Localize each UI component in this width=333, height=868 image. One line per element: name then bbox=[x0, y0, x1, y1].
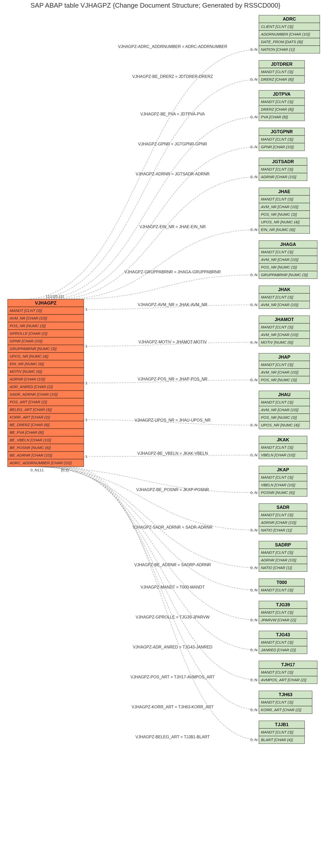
table-field: AVM_NR [CHAR (10)] bbox=[9, 316, 47, 320]
edge-label: VJHAGPZ-UPOS_NR = JHAU-UPOS_NR bbox=[134, 418, 210, 423]
table-header: JHAGA bbox=[280, 242, 296, 247]
table-header: SADR bbox=[276, 505, 289, 510]
table-header: JKAK bbox=[277, 437, 289, 442]
relation-edge bbox=[52, 467, 259, 650]
table-field: MANDT [CLNT (3)] bbox=[261, 400, 294, 404]
table-header: JGTGPNR bbox=[271, 129, 293, 134]
table-field: POS_NR [NUMC (3)] bbox=[261, 212, 297, 216]
table-field: MANDT [CLNT (3)] bbox=[261, 99, 294, 104]
cardinality-label: 1 bbox=[85, 307, 87, 311]
table-field: BELEG_ART [CHAR (4)] bbox=[10, 407, 52, 412]
table-field: GPNR [CHAR (10)] bbox=[261, 145, 294, 149]
cardinality-label: 0..N bbox=[250, 453, 258, 457]
er-diagram: SAP ABAP table VJHAGPZ {Change Document … bbox=[0, 0, 333, 868]
cardinality-label: 0..N bbox=[250, 565, 258, 570]
table-field: PVA [CHAR (8)] bbox=[261, 115, 288, 119]
table-field: GPROLLE [CHAR (2)] bbox=[10, 331, 48, 336]
edge-label: VJHAGPZ-MOTIV = JHAMOT-MOTIV bbox=[139, 340, 207, 344]
relation-edge bbox=[40, 467, 259, 590]
table-field: POS_ART [CHAR (2)] bbox=[10, 400, 47, 404]
table-field: DRERZ [CHAR (8)] bbox=[261, 77, 294, 82]
relation-edge bbox=[61, 230, 259, 299]
table-field: MANDT [CLNT (3)] bbox=[261, 137, 294, 142]
table-field: MOTIV [NUMC (6)] bbox=[261, 340, 294, 344]
table-field: ADRNR [CHAR (10)] bbox=[261, 558, 297, 562]
cardinality-label: 0..N bbox=[250, 47, 258, 52]
relation-edge bbox=[53, 177, 259, 299]
cardinality-label: 1 bbox=[85, 381, 87, 385]
table-field: MANDT [CLNT (3)] bbox=[261, 700, 294, 704]
table-field: DRERZ [CHAR (8)] bbox=[261, 107, 294, 112]
table-field: UPOS_NR [NUMC (4)] bbox=[261, 423, 300, 427]
table-field: MANDT [CLNT (3)] bbox=[261, 325, 294, 329]
cardinality-label: 0..N bbox=[250, 738, 258, 742]
table-header: JGTSADR bbox=[272, 159, 294, 164]
table-header: JHAE bbox=[278, 189, 290, 194]
cardinality-label: 0..N bbox=[250, 115, 258, 119]
table-header: JKAP bbox=[277, 467, 289, 472]
table-field: JANRED [CHAR (2)] bbox=[261, 648, 296, 652]
cardinality-label: 0..N bbox=[250, 273, 258, 277]
table-field: MANDT [CLNT (3)] bbox=[261, 640, 294, 644]
edge-label: VJHAGPZ-POS_ART = TJH17-AVMPOS_ART bbox=[130, 675, 215, 679]
table-field: MANDT [CLNT (3)] bbox=[10, 308, 42, 313]
table-field: MANDT [CLNT (3)] bbox=[261, 295, 294, 299]
table-field: MANDT [CLNT (3)] bbox=[261, 670, 294, 674]
table-header: TJH63 bbox=[279, 692, 293, 697]
table-field: AVM_NR [CHAR (10)] bbox=[261, 205, 299, 209]
table-header: JHAMOT bbox=[275, 317, 294, 322]
cardinality-label: 0..N bbox=[250, 175, 258, 179]
edge-label: VJHAGPZ-BE_PVA = JDTPVA-PVA bbox=[140, 112, 205, 117]
edge-label: VJHAGPZ-BE_ADRNR = SADRP-ADRNR bbox=[134, 563, 211, 567]
table-field: BE_PVA [CHAR (8)] bbox=[10, 430, 44, 435]
table-header: TJH17 bbox=[281, 662, 295, 667]
table-field: MANDT [CLNT (3)] bbox=[261, 250, 294, 254]
table-field: POS_NR [NUMC (3)] bbox=[261, 378, 297, 382]
table-field: AVMPOS_ART [CHAR (2)] bbox=[261, 678, 307, 682]
cardinality-label: 0..N bbox=[250, 678, 258, 682]
cardinality-cluster-bottom: 0..N111 bbox=[30, 468, 44, 472]
table-field: MANDT [CLNT (3)] bbox=[261, 475, 294, 479]
table-field: GPNR [CHAR (10)] bbox=[10, 339, 43, 343]
table-field: MANDT [CLNT (3)] bbox=[261, 197, 294, 201]
table-header: SADRP bbox=[275, 542, 291, 548]
cardinality-label: 0..N bbox=[250, 303, 258, 307]
cardinality-label: 0..N bbox=[250, 378, 258, 382]
cardinality-label: 0..N bbox=[250, 648, 258, 652]
cardinality-label: 1 bbox=[85, 344, 87, 348]
table-field: ADRNR [CHAR (10)] bbox=[9, 377, 45, 381]
cardinality-label: 0..N bbox=[250, 528, 258, 532]
table-field: BE_POSNR [NUMC (6)] bbox=[10, 445, 51, 450]
edge-label: VJHAGPZ-BELEG_ART = TJJB1-BLART bbox=[135, 735, 210, 739]
table-field: AVM_NR [CHAR (10)] bbox=[261, 303, 299, 307]
table-field: AVM_NR [CHAR (10)] bbox=[261, 333, 299, 337]
table-field: POSNR [NUMC (6)] bbox=[261, 490, 295, 495]
table-field: MOTIV [NUMC (6)] bbox=[10, 369, 42, 374]
cardinality-label: 0..N bbox=[250, 708, 258, 712]
page-title: SAP ABAP table VJHAGPZ {Change Document … bbox=[30, 2, 280, 9]
edge-label: VJHAGPZ-EIN_NR = JHAE-EIN_NR bbox=[140, 225, 206, 229]
table-header: JDTPVA bbox=[273, 92, 291, 97]
table-field: ADRNR [CHAR (10)] bbox=[261, 175, 297, 179]
edge-label: VJHAGPZ-ADR_ANRED = TJG43-JANRED bbox=[133, 645, 212, 649]
table-header: ADRC bbox=[283, 17, 296, 22]
cardinality-label: 0..N bbox=[250, 77, 258, 82]
table-field: BLART [CHAR (4)] bbox=[261, 738, 293, 742]
table-field: VBELN [CHAR (10)] bbox=[261, 453, 296, 457]
table-field: UPOS_NR [NUMC (4)] bbox=[10, 354, 49, 359]
table-field: MANDT [CLNT (3)] bbox=[261, 445, 294, 450]
cardinality-label: 0..N bbox=[250, 423, 258, 427]
table-field: AVM_NR [CHAR (10)] bbox=[261, 370, 299, 374]
table-field: AVM_NR [CHAR (10)] bbox=[261, 257, 299, 262]
edge-label: VJHAGPZ-BE_DRERZ = JDTDRER-DRERZ bbox=[132, 74, 213, 79]
table-field: MANDT [CLNT (3)] bbox=[261, 730, 294, 734]
table-header: TJG43 bbox=[276, 632, 290, 637]
cardinality-label: 0..N bbox=[250, 490, 258, 495]
table-field: GRUPPABRNR [NUMC (3)] bbox=[261, 273, 308, 277]
edge-label: VJHAGPZ-BE_POSNR = JKAP-POSNR bbox=[136, 488, 209, 492]
table-field: KORR_ART [CHAR (2)] bbox=[10, 415, 50, 419]
table-field: DATE_FROM [DATS (8)] bbox=[261, 40, 303, 44]
table-header: TJG39 bbox=[276, 602, 290, 607]
table-field: EIN_NR [NUMC (6)] bbox=[261, 227, 296, 232]
edge-label: VJHAGPZ-ADRNR = JGTSADR-ADRNR bbox=[135, 172, 209, 176]
